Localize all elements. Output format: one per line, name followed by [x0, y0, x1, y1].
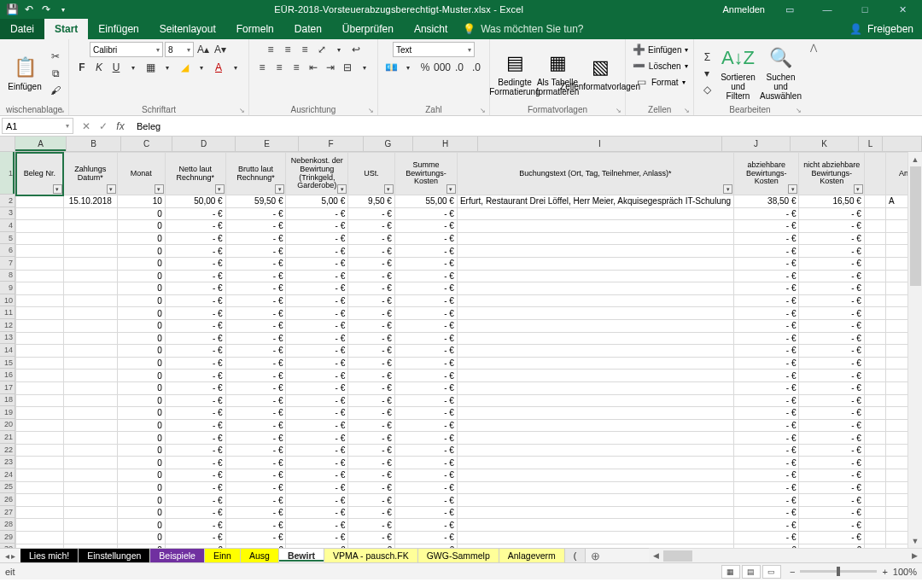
cell[interactable]: - €: [348, 332, 395, 345]
qat-customize-icon[interactable]: ▾: [56, 3, 70, 16]
cell[interactable]: [16, 394, 64, 407]
cell[interactable]: [457, 469, 733, 482]
formula-input[interactable]: [131, 116, 922, 136]
cell[interactable]: [63, 519, 117, 532]
cell[interactable]: [16, 381, 64, 394]
row-header[interactable]: 12: [0, 319, 15, 332]
autosum-icon[interactable]: Σ: [699, 49, 715, 65]
row-header[interactable]: 11: [0, 306, 15, 319]
filter-icon[interactable]: ▾: [446, 184, 456, 194]
cell[interactable]: - €: [165, 432, 225, 445]
maximize-icon[interactable]: □: [852, 0, 878, 19]
cell[interactable]: - €: [286, 381, 348, 394]
cell[interactable]: - €: [394, 457, 457, 469]
cell[interactable]: [864, 481, 885, 494]
cell[interactable]: - €: [165, 220, 225, 233]
cell[interactable]: 0: [117, 370, 165, 382]
cell[interactable]: [457, 444, 733, 457]
cell[interactable]: 0: [117, 282, 165, 295]
format-painter-icon[interactable]: 🖌: [48, 83, 63, 98]
column-header[interactable]: F: [299, 137, 364, 152]
cell[interactable]: - €: [225, 381, 286, 394]
cell[interactable]: - €: [799, 494, 864, 507]
cell[interactable]: [457, 294, 733, 307]
cell[interactable]: [63, 282, 117, 295]
cell[interactable]: - €: [394, 232, 457, 245]
tab-first-icon[interactable]: ◂: [5, 551, 9, 561]
column-header[interactable]: J: [722, 137, 791, 152]
cell[interactable]: 0: [117, 494, 165, 507]
row-header[interactable]: 17: [0, 381, 15, 394]
cell[interactable]: [16, 357, 64, 370]
cell[interactable]: [457, 270, 733, 282]
cell[interactable]: - €: [734, 319, 799, 332]
cell[interactable]: - €: [286, 506, 348, 519]
cell[interactable]: - €: [348, 444, 395, 457]
cell[interactable]: [457, 481, 733, 494]
cell[interactable]: [16, 232, 64, 245]
cell[interactable]: 0: [117, 257, 165, 270]
cell[interactable]: [864, 232, 885, 245]
cell[interactable]: - €: [394, 432, 457, 445]
italic-button[interactable]: K: [91, 60, 107, 75]
cell[interactable]: - €: [225, 282, 286, 295]
cell[interactable]: [864, 357, 885, 370]
column-header[interactable]: D: [172, 137, 236, 152]
cell[interactable]: [457, 307, 733, 320]
grow-font-icon[interactable]: A▴: [195, 42, 211, 57]
tab-seitenlayout[interactable]: Seitenlayout: [149, 19, 226, 39]
cell[interactable]: 0: [117, 419, 165, 432]
cell[interactable]: [63, 407, 117, 420]
cell[interactable]: - €: [799, 381, 864, 394]
cell[interactable]: [864, 319, 885, 332]
zoom-level[interactable]: 100%: [893, 567, 917, 577]
cell[interactable]: - €: [734, 432, 799, 445]
cell[interactable]: [864, 407, 885, 420]
cell[interactable]: [63, 332, 117, 345]
cell[interactable]: - €: [165, 294, 225, 307]
cell[interactable]: 0: [117, 245, 165, 258]
column-header[interactable]: B: [67, 137, 121, 152]
font-color-icon[interactable]: A: [211, 60, 226, 75]
orientation-icon[interactable]: ⤢: [314, 42, 330, 57]
copy-icon[interactable]: ⧉: [48, 66, 63, 81]
sheet-tab[interactable]: Einn: [205, 549, 241, 562]
cell[interactable]: - €: [734, 444, 799, 457]
cell[interactable]: [63, 319, 117, 332]
cell[interactable]: - €: [286, 220, 348, 233]
underline-button[interactable]: U: [108, 60, 124, 75]
cell[interactable]: - €: [394, 532, 457, 544]
cell[interactable]: - €: [348, 407, 395, 420]
cell[interactable]: [63, 207, 117, 220]
tab-ueberpruefen[interactable]: Überprüfen: [332, 19, 404, 39]
cell[interactable]: [16, 207, 64, 220]
cell[interactable]: 0: [117, 207, 165, 220]
row-header[interactable]: 9: [0, 282, 15, 294]
sheet-tab[interactable]: (: [565, 549, 586, 562]
cell[interactable]: [16, 432, 64, 445]
bold-button[interactable]: F: [74, 60, 90, 75]
cell[interactable]: [16, 506, 64, 519]
row-header[interactable]: 5: [0, 232, 15, 245]
page-layout-icon[interactable]: ▤: [742, 565, 761, 579]
cell[interactable]: - €: [799, 394, 864, 407]
cell[interactable]: 0: [117, 232, 165, 245]
filter-icon[interactable]: ▾: [854, 184, 863, 194]
sort-filter-button[interactable]: A↓ZSortieren und Filtern: [718, 45, 757, 101]
tab-start[interactable]: Start: [44, 19, 88, 39]
cell[interactable]: 15.10.2018: [63, 195, 117, 208]
cell[interactable]: - €: [286, 232, 348, 245]
scroll-left-icon[interactable]: ◀: [649, 549, 663, 563]
cell[interactable]: [16, 469, 64, 482]
grid[interactable]: Beleg Nr.▾Zahlungs Datum*▾Monat▾Netto la…: [15, 152, 922, 562]
cell[interactable]: - €: [394, 444, 457, 457]
cell[interactable]: - €: [394, 357, 457, 370]
cell[interactable]: - €: [225, 270, 286, 282]
cell[interactable]: - €: [799, 345, 864, 358]
cell[interactable]: 16,50 €: [799, 195, 864, 208]
wrap-text-icon[interactable]: ↩: [348, 42, 364, 57]
cell[interactable]: - €: [225, 394, 286, 407]
cell[interactable]: [864, 207, 885, 220]
insert-cells-button[interactable]: ➕Einfügen▾: [631, 42, 688, 57]
align-middle-icon[interactable]: ≡: [280, 42, 295, 57]
